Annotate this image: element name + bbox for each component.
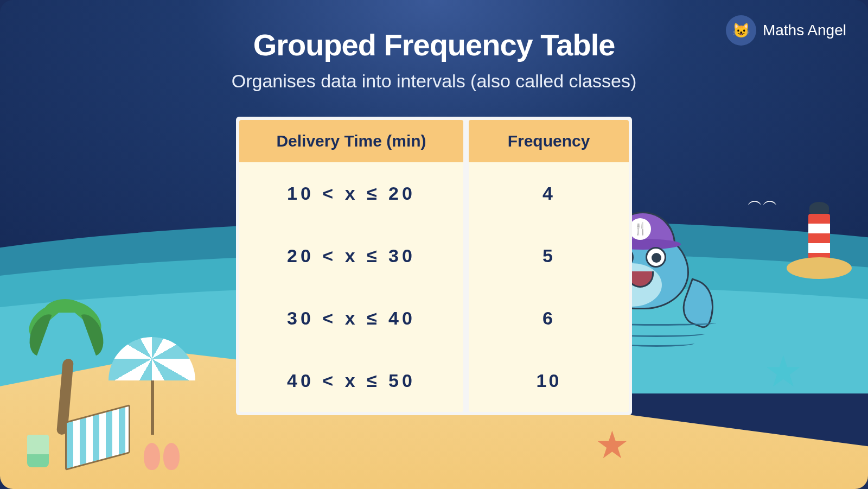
table-column-interval: Delivery Time (min) 10 < x ≤ 20 20 < x ≤… xyxy=(239,120,463,412)
starfish-orange-icon: ★ xyxy=(595,423,629,467)
table-cell-frequency: 4 xyxy=(469,162,629,225)
drink-icon xyxy=(27,435,49,467)
table-column-frequency: Frequency 4 5 6 10 xyxy=(469,120,629,412)
table-cell-interval: 20 < x ≤ 30 xyxy=(239,225,463,287)
frequency-table: Delivery Time (min) 10 < x ≤ 20 20 < x ≤… xyxy=(236,117,632,415)
table-header-frequency: Frequency xyxy=(469,120,629,162)
birds-icon: ︵ ︵ xyxy=(748,190,776,211)
table-cell-frequency: 6 xyxy=(469,287,629,350)
table-cell-frequency: 5 xyxy=(469,225,629,287)
table-cell-frequency: 10 xyxy=(469,350,629,412)
brand-name: Maths Angel xyxy=(763,22,846,39)
brand-logo: 😺 Maths Angel xyxy=(726,15,846,46)
table-cell-interval: 30 < x ≤ 40 xyxy=(239,287,463,350)
slide: ︵ ︵ ★ ★ 🍴 🍴 😺 Maths Angel Grouped Frequ xyxy=(0,0,868,489)
table-header-interval: Delivery Time (min) xyxy=(239,120,463,162)
brand-avatar-icon: 😺 xyxy=(726,15,756,46)
table-cell-interval: 10 < x ≤ 20 xyxy=(239,162,463,225)
table-cell-interval: 40 < x ≤ 50 xyxy=(239,350,463,412)
flipflops-icon xyxy=(144,443,180,470)
page-subtitle: Organises data into intervals (also call… xyxy=(232,71,636,92)
page-title: Grouped Frequency Table xyxy=(253,27,615,62)
starfish-blue-icon: ★ xyxy=(764,346,803,397)
lighthouse-icon xyxy=(808,206,830,268)
